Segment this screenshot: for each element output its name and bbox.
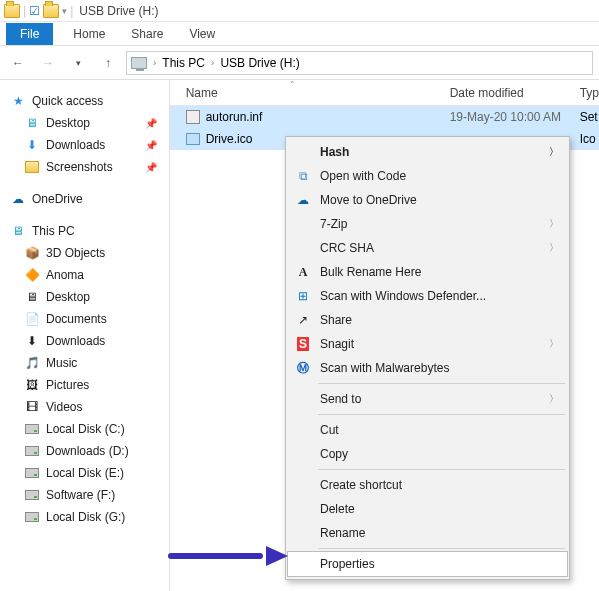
sidebar-item[interactable]: Local Disk (C:) bbox=[6, 418, 163, 440]
menu-item[interactable]: SSnagit〉 bbox=[288, 332, 567, 356]
star-icon: ★ bbox=[10, 93, 26, 109]
menu-item[interactable]: ⊞Scan with Windows Defender... bbox=[288, 284, 567, 308]
menu-separator bbox=[318, 548, 565, 549]
sidebar-item[interactable]: 🖼Pictures bbox=[6, 374, 163, 396]
sort-indicator-icon: ˄ bbox=[290, 80, 295, 90]
chevron-right-icon: 〉 bbox=[549, 217, 559, 231]
tab-home[interactable]: Home bbox=[67, 23, 111, 45]
open-folder-icon[interactable] bbox=[43, 4, 59, 18]
sidebar-item-label: This PC bbox=[32, 224, 75, 238]
menu-item-icon: S bbox=[294, 337, 312, 351]
sidebar-item-screenshots[interactable]: Screenshots 📌 bbox=[6, 156, 163, 178]
forward-button[interactable]: → bbox=[36, 51, 60, 75]
column-headers: Name Date modified Typ bbox=[170, 80, 599, 106]
file-name: autorun.inf bbox=[206, 110, 263, 124]
chevron-right-icon: 〉 bbox=[549, 392, 559, 406]
sidebar-onedrive[interactable]: ☁ OneDrive bbox=[6, 188, 163, 210]
sidebar-this-pc[interactable]: 🖥 This PC bbox=[6, 220, 163, 242]
column-name[interactable]: Name bbox=[170, 86, 450, 100]
sidebar-item-label: Downloads bbox=[46, 334, 105, 348]
qat-dropdown-icon[interactable]: ▾ bbox=[62, 6, 67, 16]
folder-icon: 📄 bbox=[24, 311, 40, 327]
sidebar-item-label: Software (F:) bbox=[46, 488, 115, 502]
sidebar-item-label: Quick access bbox=[32, 94, 103, 108]
menu-item[interactable]: CRC SHA〉 bbox=[288, 236, 567, 260]
checkbox-icon[interactable]: ☑ bbox=[29, 4, 40, 18]
drive-icon bbox=[24, 465, 40, 481]
breadcrumb-root[interactable]: This PC bbox=[162, 56, 205, 70]
column-date[interactable]: Date modified bbox=[450, 86, 580, 100]
sidebar-item[interactable]: Software (F:) bbox=[6, 484, 163, 506]
folder-icon: 🎵 bbox=[24, 355, 40, 371]
breadcrumb-current[interactable]: USB Drive (H:) bbox=[220, 56, 299, 70]
menu-item-label: Open with Code bbox=[320, 169, 406, 183]
menu-item[interactable]: Send to〉 bbox=[288, 387, 567, 411]
chevron-right-icon[interactable]: › bbox=[211, 57, 214, 68]
menu-item[interactable]: ⓂScan with Malwarebytes bbox=[288, 356, 567, 380]
tab-share[interactable]: Share bbox=[125, 23, 169, 45]
ribbon: File Home Share View bbox=[0, 22, 599, 46]
context-menu: Hash〉⧉Open with Code☁Move to OneDrive7-Z… bbox=[285, 136, 570, 580]
nav-pane: ★ Quick access 🖥 Desktop 📌 ⬇ Downloads 📌… bbox=[0, 80, 170, 591]
sidebar-item-label: 3D Objects bbox=[46, 246, 105, 260]
sidebar-item[interactable]: 🎞Videos bbox=[6, 396, 163, 418]
menu-item[interactable]: ☁Move to OneDrive bbox=[288, 188, 567, 212]
menu-item-label: Rename bbox=[320, 526, 365, 540]
chevron-right-icon[interactable]: › bbox=[153, 57, 156, 68]
sidebar-quick-access[interactable]: ★ Quick access bbox=[6, 90, 163, 112]
qat-sep: | bbox=[23, 4, 26, 18]
menu-item-label: Share bbox=[320, 313, 352, 327]
menu-item-icon: A bbox=[294, 265, 312, 280]
file-tab[interactable]: File bbox=[6, 23, 53, 45]
ico-file-icon bbox=[186, 133, 200, 145]
menu-item[interactable]: ↗Share bbox=[288, 308, 567, 332]
sidebar-item-desktop[interactable]: 🖥 Desktop 📌 bbox=[6, 112, 163, 134]
history-dropdown-icon[interactable]: ▾ bbox=[66, 51, 90, 75]
sidebar-item-downloads[interactable]: ⬇ Downloads 📌 bbox=[6, 134, 163, 156]
menu-item[interactable]: Create shortcut bbox=[288, 473, 567, 497]
sidebar-item[interactable]: Local Disk (G:) bbox=[6, 506, 163, 528]
drive-icon bbox=[24, 487, 40, 503]
menu-item-label: Properties bbox=[320, 557, 375, 571]
drive-icon bbox=[24, 421, 40, 437]
sidebar-item[interactable]: Downloads (D:) bbox=[6, 440, 163, 462]
menu-item-label: Scan with Malwarebytes bbox=[320, 361, 449, 375]
folder-icon: 🖼 bbox=[24, 377, 40, 393]
sidebar-item[interactable]: 🎵Music bbox=[6, 352, 163, 374]
sidebar-item-label: Documents bbox=[46, 312, 107, 326]
menu-item[interactable]: 7-Zip〉 bbox=[288, 212, 567, 236]
menu-item[interactable]: Properties bbox=[288, 552, 567, 576]
menu-item[interactable]: ABulk Rename Here bbox=[288, 260, 567, 284]
app-folder-icon bbox=[4, 4, 20, 18]
column-type[interactable]: Typ bbox=[580, 86, 599, 100]
pc-icon: 🖥 bbox=[10, 223, 26, 239]
menu-separator bbox=[318, 383, 565, 384]
sidebar-item[interactable]: 📄Documents bbox=[6, 308, 163, 330]
inf-file-icon bbox=[186, 110, 200, 124]
folder-icon: 📦 bbox=[24, 245, 40, 261]
menu-item[interactable]: Delete bbox=[288, 497, 567, 521]
sidebar-item-label: Pictures bbox=[46, 378, 89, 392]
menu-separator bbox=[318, 414, 565, 415]
menu-item[interactable]: Hash〉 bbox=[288, 140, 567, 164]
up-button[interactable]: ↑ bbox=[96, 51, 120, 75]
menu-item[interactable]: ⧉Open with Code bbox=[288, 164, 567, 188]
sidebar-item[interactable]: 🔶Anoma bbox=[6, 264, 163, 286]
menu-item-label: Hash bbox=[320, 145, 349, 159]
sidebar-item[interactable]: ⬇Downloads bbox=[6, 330, 163, 352]
menu-item[interactable]: Rename bbox=[288, 521, 567, 545]
folder-icon: 🎞 bbox=[24, 399, 40, 415]
menu-item-icon: ☁ bbox=[294, 193, 312, 207]
file-type: Ico bbox=[580, 132, 599, 146]
menu-item[interactable]: Cut bbox=[288, 418, 567, 442]
menu-item[interactable]: Copy bbox=[288, 442, 567, 466]
sidebar-item[interactable]: Local Disk (E:) bbox=[6, 462, 163, 484]
file-row[interactable]: autorun.inf 19-May-20 10:00 AM Set bbox=[170, 106, 599, 128]
tab-view[interactable]: View bbox=[183, 23, 221, 45]
sidebar-item[interactable]: 🖥Desktop bbox=[6, 286, 163, 308]
back-button[interactable]: ← bbox=[6, 51, 30, 75]
sidebar-item[interactable]: 📦3D Objects bbox=[6, 242, 163, 264]
pin-icon: 📌 bbox=[145, 162, 163, 173]
address-bar[interactable]: › This PC › USB Drive (H:) bbox=[126, 51, 593, 75]
pc-icon bbox=[131, 57, 147, 69]
